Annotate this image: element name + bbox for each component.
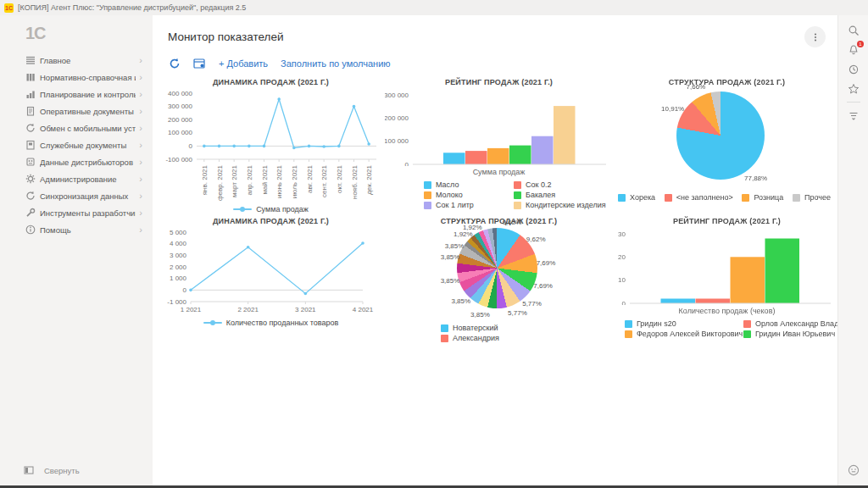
chevron-right-icon: › (136, 56, 142, 65)
legend-label: Количество проданных товаров (226, 319, 339, 327)
pie-slice-label: 1,92% (453, 230, 473, 238)
chart-panel-sales-rating-products: РЕЙТИНГ ПРОДАЖ (2021 Г.) 0100 000200 000… (385, 75, 613, 214)
right-rail: 1 (837, 15, 868, 485)
legend-item: Бакалея (514, 191, 613, 199)
bar-chart-svg: 0102030 (613, 227, 841, 305)
chevron-right-icon: › (136, 175, 142, 184)
functions-menu-button[interactable] (838, 106, 868, 125)
sidebar-item-operational-documents[interactable]: Оперативные документы› (0, 103, 153, 119)
chart-title: СТРУКТУРА ПРОДАЖ (2021 Г.) (385, 214, 613, 227)
sidebar-item-main[interactable]: Главное› (0, 52, 153, 69)
chart-legend: НоватерскийАлександрия (385, 320, 613, 342)
svg-text:200 000: 200 000 (385, 114, 409, 122)
legend-label: Розница (754, 193, 783, 202)
toolbar: + Добавить Заполнить по умолчанию (153, 47, 837, 69)
monitor-settings-button[interactable] (193, 58, 206, 69)
assistant-button[interactable] (838, 463, 868, 477)
refresh-icon (169, 58, 181, 69)
legend-swatch (793, 194, 800, 202)
legend-label: Новатерский (453, 324, 498, 332)
sidebar-item-mobile-exchange[interactable]: Обмен с мобильными устройствами› (0, 119, 153, 136)
legend-swatch (514, 181, 521, 189)
refresh-button[interactable] (169, 58, 181, 69)
sidebar-item-distributor-data[interactable]: Данные дистрибьюторов› (0, 153, 153, 170)
legend-label: Прочее (804, 193, 831, 202)
legend-swatch (441, 335, 448, 342)
collapse-sidebar-button[interactable]: Свернуть (24, 465, 80, 475)
history-icon (848, 64, 860, 75)
menu-icon (25, 55, 40, 65)
legend-line-marker (203, 322, 222, 324)
x-axis-title: Количество продаж (чеков) (613, 305, 841, 316)
rail-divider (847, 102, 860, 103)
sidebar: 1С Главное›Нормативно-справочная информа… (0, 15, 153, 485)
pie-chart-plot: 77,88%10,91%7,66% (613, 88, 841, 190)
svg-text:0: 0 (183, 286, 187, 294)
svg-text:июнь 2021: июнь 2021 (275, 164, 283, 198)
sidebar-item-label: Планирование и контроль (40, 90, 136, 99)
legend-item: Сумма продаж (233, 205, 309, 214)
chart-legend: Сумма продаж (157, 202, 385, 214)
legend-label: Сок 1 литр (436, 201, 474, 209)
svg-text:1 000: 1 000 (170, 274, 187, 282)
svg-text:4 000: 4 000 (170, 240, 187, 247)
fill-default-button[interactable]: Заполнить по умолчанию (281, 58, 391, 69)
more-menu-button[interactable] (804, 26, 826, 47)
chart-title: РЕЙТИНГ ПРОДАЖ (2021 Г.) (613, 214, 841, 227)
search-icon (848, 25, 860, 36)
legend-label: Сумма продаж (256, 205, 309, 214)
line-chart-svg: -100 0000100 000200 000300 000400 000янв… (157, 88, 385, 202)
svg-text:3 2021: 3 2021 (295, 306, 316, 313)
chart-legend: МаслоСок 0.2МолокоБакалеяСок 1 литрКонди… (385, 177, 613, 209)
legend-item: <не заполнено> (665, 193, 733, 202)
legend-swatch (441, 324, 448, 332)
sidebar-item-label: Данные дистрибьюторов (40, 158, 136, 167)
sidebar-item-help[interactable]: Помощь› (0, 221, 153, 238)
legend-swatch (424, 191, 431, 199)
chart-panel-sales-structure-channels: СТРУКТУРА ПРОДАЖ (2021 Г.) 77,88%10,91%7… (613, 75, 841, 214)
svg-text:дек. 2021: дек. 2021 (365, 164, 373, 194)
chart-title: ДИНАМИКА ПРОДАЖ (2021 Г.) (157, 75, 385, 88)
bar-chart-icon (25, 89, 40, 99)
legend-item: Сок 0.2 (514, 180, 613, 189)
sidebar-item-reference-info[interactable]: Нормативно-справочная информация› (0, 69, 153, 86)
assistant-icon (847, 463, 860, 477)
search-button[interactable] (838, 20, 868, 40)
sidebar-item-label: Оперативные документы (40, 107, 136, 116)
svg-text:2 2021: 2 2021 (237, 306, 259, 313)
legend-item: Александрия (441, 334, 499, 342)
file-icon (25, 140, 40, 150)
history-button[interactable] (838, 59, 868, 79)
add-button[interactable]: + Добавить (219, 58, 268, 69)
legend-item: Молоко (424, 191, 505, 199)
svg-text:сент. 2021: сент. 2021 (320, 164, 328, 197)
star-icon (848, 83, 860, 95)
legend-label: Кондитерские изделия (526, 201, 606, 209)
window-title: [КОПИЯ] Агент Плюс: "Управление дистрибу… (18, 3, 246, 12)
sidebar-item-data-sync[interactable]: Синхронизация данных› (0, 187, 153, 204)
legend-item: Масло (424, 180, 505, 189)
chart-legend: Количество проданных товаров (157, 315, 385, 327)
sidebar-item-developer-tools[interactable]: Инструменты разработчика› (0, 204, 153, 221)
sidebar-item-service-documents[interactable]: Служебные документы› (0, 136, 153, 153)
pie-slice-label: 5,77% (508, 309, 527, 317)
chevron-right-icon: › (136, 124, 142, 133)
sidebar-item-planning-control[interactable]: Планирование и контроль› (0, 86, 153, 103)
chevron-right-icon: › (136, 73, 142, 82)
legend-swatch (742, 194, 749, 202)
legend-item: Розница (742, 193, 783, 202)
app-icon: 1С (4, 3, 14, 13)
favorites-button[interactable] (838, 79, 868, 98)
chevron-right-icon: › (136, 141, 142, 150)
svg-text:февр. 2021: февр. 2021 (216, 164, 224, 201)
legend-item: Федоров Алексей Викторович (625, 330, 735, 338)
notifications-button[interactable]: 1 (838, 40, 868, 59)
svg-text:2 000: 2 000 (170, 263, 187, 271)
sidebar-item-label: Главное (40, 56, 136, 65)
sidebar-item-label: Служебные документы (40, 141, 136, 150)
monitor-settings-icon (193, 58, 206, 69)
x-axis-title: Сумма продаж (385, 166, 613, 177)
legend-label: Гридин Иван Юрьевич (755, 330, 835, 338)
sidebar-item-administration[interactable]: Администрирование› (0, 170, 153, 187)
svg-text:0: 0 (405, 161, 409, 167)
